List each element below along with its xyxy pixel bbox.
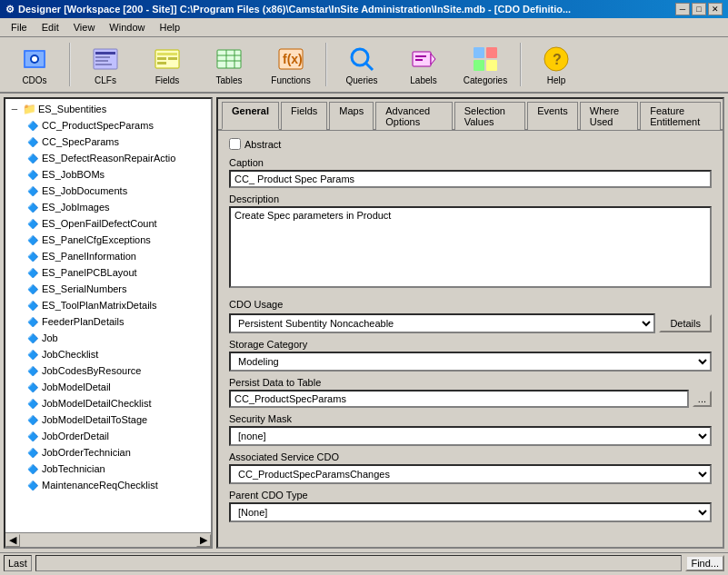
- separator-3: [520, 43, 522, 86]
- tree-item-label-21: JobTechnician: [42, 463, 105, 474]
- cdos-icon: [20, 45, 49, 74]
- help-icon: ?: [542, 45, 571, 74]
- toolbar-help[interactable]: ? Help: [527, 41, 585, 88]
- list-item[interactable]: 🔷 CC_SpecParams: [7, 134, 209, 150]
- toolbar-functions[interactable]: f(x) Functions: [262, 41, 320, 88]
- list-item[interactable]: 🔷 JobModelDetailChecklist: [7, 395, 209, 411]
- toolbar-clfs[interactable]: CLFs: [76, 41, 135, 88]
- tab-feature-entitlement[interactable]: Feature Entitlement: [640, 102, 721, 130]
- list-item[interactable]: 🔷 JobTechnician: [7, 461, 209, 477]
- parent-cdo-select[interactable]: [None]: [229, 502, 712, 522]
- menu-edit[interactable]: Edit: [35, 20, 66, 35]
- tab-where-used[interactable]: Where Used: [580, 102, 639, 130]
- cdos-label: CDOs: [22, 75, 46, 85]
- tree-root[interactable]: ─ 📁 ES_Subentities: [7, 101, 209, 117]
- abstract-row: Abstract: [229, 138, 712, 150]
- list-item[interactable]: 🔷 CC_ProductSpecParams: [7, 117, 209, 134]
- title-text: Designer [Workspace [200 - Site]] C:\Pro…: [18, 4, 571, 15]
- tree-root-folder-icon: 📁: [22, 102, 36, 116]
- toolbar-categories[interactable]: Categories: [456, 41, 514, 88]
- tree-item-label-12: FeederPlanDetails: [42, 316, 125, 327]
- tree-root-expand[interactable]: ─: [7, 104, 22, 114]
- persist-data-input[interactable]: [229, 390, 689, 408]
- description-textarea[interactable]: Create Spec parameters in Product: [229, 206, 712, 288]
- persist-data-ellipsis-button[interactable]: ...: [693, 391, 712, 407]
- minimize-button[interactable]: ─: [675, 3, 690, 15]
- list-item[interactable]: 🔷 FeederPlanDetails: [7, 313, 209, 330]
- list-item[interactable]: 🔷 JobModelDetail: [7, 379, 209, 395]
- svg-rect-10: [157, 53, 177, 55]
- list-item[interactable]: 🔷 JobOrderDetail: [7, 428, 209, 444]
- find-button[interactable]: Find...: [685, 555, 724, 571]
- list-item[interactable]: 🔷 ES_JobDocuments: [7, 183, 209, 199]
- menu-file[interactable]: File: [4, 20, 35, 35]
- list-item[interactable]: 🔷 ES_PanelInformation: [7, 248, 209, 264]
- list-item[interactable]: 🔷 JobOrderTechnician: [7, 444, 209, 461]
- menu-help[interactable]: Help: [152, 20, 187, 35]
- tab-advanced-options[interactable]: Advanced Options: [375, 102, 453, 130]
- svg-rect-28: [486, 47, 497, 58]
- svg-rect-8: [95, 64, 112, 65]
- tree-item-icon-17: 🔷: [25, 396, 40, 411]
- list-item[interactable]: 🔷 JobModelDetailToStage: [7, 411, 209, 428]
- svg-marker-24: [431, 54, 435, 64]
- menu-view[interactable]: View: [66, 20, 103, 35]
- separator-2: [325, 43, 327, 86]
- app-icon: ⚙: [5, 4, 15, 15]
- tab-maps[interactable]: Maps: [329, 102, 374, 130]
- list-item[interactable]: 🔷 ES_JobImages: [7, 199, 209, 215]
- tree-item-icon-10: 🔷: [25, 282, 40, 296]
- toolbar-cdos[interactable]: CDOs: [5, 41, 64, 88]
- security-mask-label: Security Mask: [229, 413, 712, 424]
- list-item[interactable]: 🔷 ES_OpenFailDefectCount: [7, 215, 209, 232]
- close-button[interactable]: ✕: [708, 3, 723, 15]
- toolbar-tables[interactable]: Tables: [200, 41, 258, 88]
- tree-scrollbar-h[interactable]: ◀ ▶: [5, 532, 211, 547]
- tab-events[interactable]: Events: [527, 102, 578, 130]
- menu-window[interactable]: Window: [102, 20, 152, 35]
- tab-fields[interactable]: Fields: [281, 102, 327, 130]
- cdo-usage-select[interactable]: Persistent Subentity Noncacheable: [229, 313, 655, 333]
- list-item[interactable]: 🔷 ES_SerialNumbers: [7, 281, 209, 297]
- scroll-left-btn[interactable]: ◀: [5, 534, 20, 547]
- categories-icon: [471, 45, 500, 74]
- svg-rect-7: [95, 60, 108, 62]
- list-item[interactable]: 🔷 Job: [7, 330, 209, 346]
- svg-rect-11: [157, 57, 166, 60]
- fields-icon: [153, 45, 182, 74]
- svg-rect-26: [415, 59, 423, 61]
- toolbar-labels[interactable]: Labels: [394, 41, 453, 88]
- list-item[interactable]: 🔷 MaintenanceReqChecklist: [7, 477, 209, 493]
- maximize-button[interactable]: □: [692, 3, 706, 15]
- list-item[interactable]: 🔷 ES_PanelPCBLayout: [7, 264, 209, 281]
- tree-item-label-20: JobOrderTechnician: [42, 447, 131, 458]
- abstract-checkbox[interactable]: [229, 138, 241, 150]
- tree-item-label-15: JobCodesByResource: [42, 365, 141, 376]
- list-item[interactable]: 🔷 ES_ToolPlanMatrixDetails: [7, 297, 209, 313]
- list-item[interactable]: 🔷 ES_DefectReasonRepairActio: [7, 150, 209, 166]
- categories-label: Categories: [464, 75, 507, 85]
- associated-service-select[interactable]: CC_ProductSpecParamsChanges: [229, 464, 712, 484]
- tab-general[interactable]: General: [222, 102, 279, 130]
- toolbar-queries[interactable]: Queries: [333, 41, 391, 88]
- details-button[interactable]: Details: [659, 314, 712, 332]
- svg-rect-6: [95, 56, 110, 58]
- toolbar-fields[interactable]: Fields: [138, 41, 196, 88]
- tree-item-icon-22: 🔷: [25, 478, 40, 492]
- fields-label: Fields: [155, 75, 180, 85]
- tree-item-icon-9: 🔷: [25, 265, 40, 280]
- list-item[interactable]: 🔷 JobCodesByResource: [7, 362, 209, 379]
- caption-input[interactable]: [229, 170, 712, 188]
- svg-rect-29: [474, 60, 484, 71]
- storage-category-select[interactable]: Modeling: [229, 352, 712, 372]
- tree-item-label-14: JobChecklist: [42, 349, 98, 360]
- list-item[interactable]: 🔷 JobChecklist: [7, 346, 209, 362]
- svg-rect-14: [217, 50, 241, 68]
- list-item[interactable]: 🔷 ES_JobBOMs: [7, 166, 209, 183]
- scroll-right-btn[interactable]: ▶: [196, 534, 211, 547]
- tree-item-icon-11: 🔷: [25, 298, 40, 312]
- security-mask-select[interactable]: [none]: [229, 426, 712, 446]
- svg-rect-27: [474, 47, 484, 58]
- list-item[interactable]: 🔷 ES_PanelCfgExceptions: [7, 232, 209, 248]
- tab-selection-values[interactable]: Selection Values: [454, 102, 525, 130]
